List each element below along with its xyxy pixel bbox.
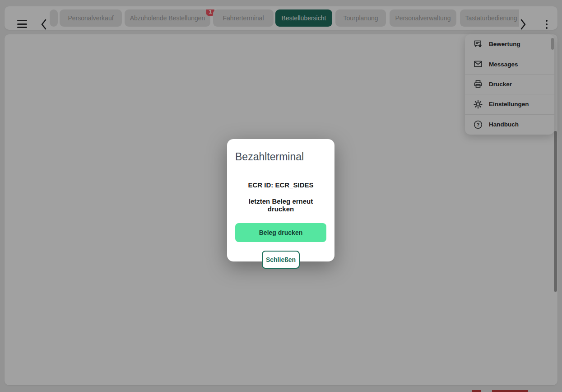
ecr-id-text: ECR ID: ECR_SIDES [235, 181, 326, 189]
bezahlterminal-modal: Bezahlterminal ECR ID: ECR_SIDES letzten… [227, 139, 334, 261]
reprint-receipt-text: letzten Beleg erneut drucken [235, 197, 326, 213]
close-modal-button[interactable]: Schließen [262, 251, 300, 269]
modal-title: Bezahlterminal [235, 151, 326, 163]
print-receipt-button[interactable]: Beleg drucken [235, 223, 326, 242]
